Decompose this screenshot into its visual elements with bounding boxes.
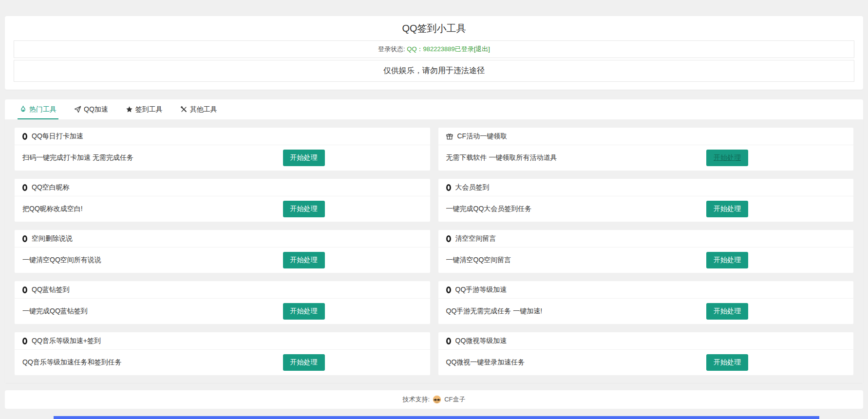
- tool-card-description: 把QQ昵称改成空白!: [22, 205, 283, 213]
- tool-card-title: 空间删除说说: [32, 234, 73, 243]
- tool-card: QQ微视等级加速 QQ微视一键登录加速任务 开始处理: [438, 332, 854, 375]
- tool-card-header: 清空空间留言: [438, 230, 854, 248]
- tool-card-body: 一键清空QQ空间所有说说 开始处理: [15, 248, 430, 273]
- support-prefix: 技术支持:: [403, 395, 430, 404]
- cf-box-avatar-icon: [433, 395, 441, 404]
- tool-card-title: QQ手游等级加速: [455, 286, 507, 294]
- tool-card: 空间删除说说 一键清空QQ空间所有说说 开始处理: [15, 230, 430, 273]
- tool-card-description: QQ微视一键登录加速任务: [446, 358, 707, 367]
- tool-card-description: 扫码一键完成打卡加速 无需完成任务: [22, 153, 283, 162]
- tool-card: QQ空白昵称 把QQ昵称改成空白! 开始处理: [15, 179, 430, 222]
- tool-card-header: QQ手游等级加速: [438, 281, 854, 299]
- tool-card-description: 无需下载软件 一键领取所有活动道具: [446, 153, 707, 162]
- tool-card-body: 一键清空QQ空间留言 开始处理: [438, 248, 854, 273]
- gift-icon: [446, 133, 453, 140]
- tab-1[interactable]: 热门工具: [11, 99, 65, 119]
- tool-card-header: 大会员签到: [438, 179, 854, 196]
- start-process-button[interactable]: 开始处理: [706, 201, 748, 217]
- tool-card-description: 一键清空QQ空间所有说说: [22, 256, 283, 265]
- tool-card-body: 一键完成QQ大会员签到任务 开始处理: [438, 196, 854, 222]
- tool-card-header: QQ每日打卡加速: [15, 128, 430, 145]
- footer-bar: 技术支持: CF盒子: [5, 390, 863, 409]
- ring-icon: [22, 133, 27, 140]
- header-panel: QQ签到小工具 登录状态: QQ：982223889已登录[退出] 仅供娱乐，请…: [5, 16, 863, 90]
- tabs: 热门工具 QQ加速 签到工具 其他工具: [5, 99, 863, 120]
- ring-icon: [446, 235, 451, 242]
- tool-card-description: QQ音乐等级加速任务和签到任务: [22, 358, 283, 367]
- tool-card-body: 无需下载软件 一键领取所有活动道具 开始处理: [438, 145, 854, 171]
- tool-card-body: QQ手游无需完成任务 一键加速! 开始处理: [438, 299, 854, 324]
- start-process-button[interactable]: 开始处理: [283, 354, 325, 371]
- tool-card-title: QQ每日打卡加速: [32, 132, 83, 141]
- tab-4[interactable]: 其他工具: [171, 99, 226, 119]
- tool-card-title: QQ音乐等级加速+签到: [32, 337, 101, 345]
- tool-card: QQ蓝钻签到 一键完成QQ蓝钻签到 开始处理: [15, 281, 430, 324]
- ring-icon: [446, 286, 451, 293]
- tool-card: CF活动一键领取 无需下载软件 一键领取所有活动道具 开始处理: [438, 128, 854, 171]
- start-process-button[interactable]: 开始处理: [706, 303, 748, 320]
- start-process-button[interactable]: 开始处理: [283, 150, 325, 166]
- start-process-button[interactable]: 开始处理: [706, 252, 748, 268]
- card-grid: QQ每日打卡加速 扫码一键完成打卡加速 无需完成任务 开始处理 CF活动一键领取…: [15, 128, 853, 375]
- start-process-button[interactable]: 开始处理: [283, 252, 325, 268]
- tab-2[interactable]: QQ加速: [65, 99, 117, 119]
- main-panel: 热门工具 QQ加速 签到工具 其他工具 QQ每日打卡加速 扫码一键完成打卡加速 …: [5, 99, 863, 383]
- tool-card-body: QQ微视一键登录加速任务 开始处理: [438, 350, 854, 375]
- tool-card: QQ每日打卡加速 扫码一键完成打卡加速 无需完成任务 开始处理: [15, 128, 430, 171]
- login-status-box: 登录状态: QQ：982223889已登录[退出]: [14, 40, 854, 58]
- tool-card: QQ音乐等级加速+签到 QQ音乐等级加速任务和签到任务 开始处理: [15, 332, 430, 375]
- start-process-button[interactable]: 开始处理: [283, 303, 325, 320]
- ring-icon: [22, 286, 27, 293]
- tool-card: 清空空间留言 一键清空QQ空间留言 开始处理: [438, 230, 854, 273]
- tool-card-title: QQ微视等级加速: [455, 337, 507, 345]
- support-name: CF盒子: [444, 395, 465, 404]
- tool-card-title: QQ空白昵称: [32, 183, 70, 192]
- ring-icon: [446, 184, 451, 191]
- tool-card-title: QQ蓝钻签到: [32, 286, 70, 294]
- tab-label: 热门工具: [29, 105, 57, 114]
- tool-card-body: QQ音乐等级加速任务和签到任务 开始处理: [15, 350, 430, 375]
- ring-icon: [22, 235, 27, 242]
- ring-icon: [22, 338, 27, 344]
- start-process-button[interactable]: 开始处理: [706, 354, 748, 371]
- logout-link[interactable]: [退出]: [474, 45, 490, 53]
- tab-label: QQ加速: [84, 105, 108, 114]
- tab-3[interactable]: 签到工具: [117, 99, 171, 119]
- tool-card-title: CF活动一键领取: [457, 132, 508, 141]
- ring-icon: [22, 184, 27, 191]
- tab-label: 签到工具: [135, 105, 163, 114]
- start-process-button[interactable]: 开始处理: [706, 150, 748, 166]
- tool-card-body: 把QQ昵称改成空白! 开始处理: [15, 196, 430, 222]
- tool-card-header: QQ空白昵称: [15, 179, 430, 196]
- tool-card-title: 清空空间留言: [455, 234, 496, 243]
- tool-card-title: 大会员签到: [455, 183, 490, 192]
- tab-content: QQ每日打卡加速 扫码一键完成打卡加速 无需完成任务 开始处理 CF活动一键领取…: [5, 120, 863, 383]
- fire-icon: [19, 106, 27, 113]
- ring-icon: [446, 338, 451, 344]
- login-status-prefix: 登录状态:: [378, 45, 407, 53]
- tool-card-header: 空间删除说说: [15, 230, 430, 248]
- bottom-bar: [54, 416, 819, 419]
- tool-card-body: 一键完成QQ蓝钻签到 开始处理: [15, 299, 430, 324]
- tool-card: 大会员签到 一键完成QQ大会员签到任务 开始处理: [438, 179, 854, 222]
- tool-card-body: 扫码一键完成打卡加速 无需完成任务 开始处理: [15, 145, 430, 171]
- tool-card-header: CF活动一键领取: [438, 128, 854, 145]
- notice-text: 仅供娱乐，请勿用于违法途径: [14, 60, 854, 82]
- tool-card: QQ手游等级加速 QQ手游无需完成任务 一键加速! 开始处理: [438, 281, 854, 324]
- tool-card-description: QQ手游无需完成任务 一键加速!: [446, 307, 707, 316]
- tool-card-header: QQ蓝钻签到: [15, 281, 430, 299]
- tool-card-description: 一键完成QQ蓝钻签到: [22, 307, 283, 316]
- start-process-button[interactable]: 开始处理: [283, 201, 325, 217]
- tool-card-description: 一键清空QQ空间留言: [446, 256, 707, 265]
- tab-label: 其他工具: [190, 105, 217, 114]
- page-title: QQ签到小工具: [5, 16, 863, 40]
- tool-card-header: QQ微视等级加速: [438, 332, 854, 350]
- tools-icon: [180, 106, 188, 113]
- star-icon: [126, 106, 133, 113]
- login-status-qq: QQ：982223889已登录: [407, 45, 473, 53]
- tool-card-header: QQ音乐等级加速+签到: [15, 332, 430, 350]
- paper-plane-icon: [74, 106, 81, 113]
- tool-card-description: 一键完成QQ大会员签到任务: [446, 205, 707, 213]
